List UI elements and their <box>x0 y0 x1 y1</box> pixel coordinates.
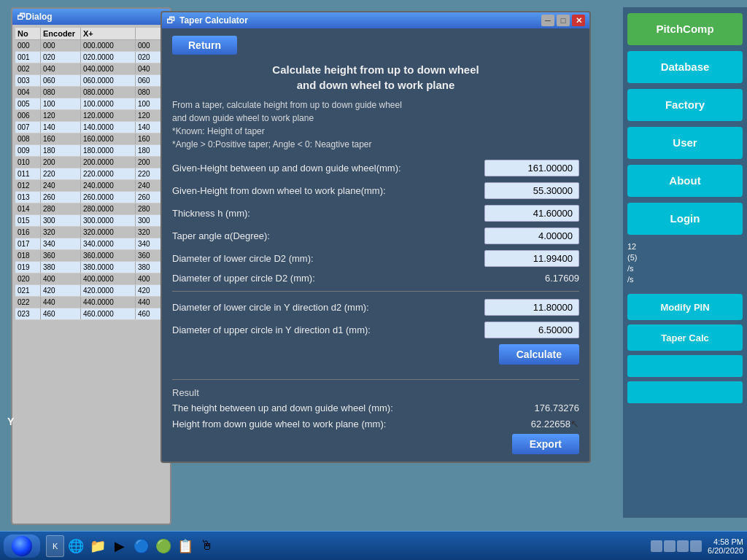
col-encoder: Encoder <box>41 28 81 39</box>
table-row: 000000000.0000000 <box>15 40 167 52</box>
table-row: 003060060.0000060 <box>15 75 167 87</box>
cell-21-0: 021 <box>15 285 41 296</box>
cell-17-1: 340 <box>41 238 81 249</box>
result-label-0: The height between up and down guide whe… <box>172 402 484 413</box>
taper-fields2: Diameter of lower circle in Y direction … <box>172 299 579 338</box>
folder-icon[interactable]: 📁 <box>89 537 107 555</box>
cell-7-1: 140 <box>41 122 81 133</box>
table-row: 007140140.0000140 <box>15 122 167 133</box>
cell-15-2: 300.0000 <box>81 215 136 226</box>
cell-3-0: 003 <box>15 75 41 86</box>
taper-title-icon: 🗗 <box>166 15 175 26</box>
user-button[interactable]: User <box>627 127 743 159</box>
start-orb <box>12 536 32 556</box>
cell-17-0: 017 <box>15 238 41 249</box>
field-row-0: Given-Height between up and down guide w… <box>172 160 579 176</box>
field-input-3[interactable] <box>484 228 579 244</box>
start-button[interactable] <box>4 534 40 558</box>
field-plain-5: 6.17609 <box>484 273 579 284</box>
tray-icon-3 <box>677 540 689 552</box>
field-row-1: Given-Height from down wheel to work pla… <box>172 182 579 199</box>
app-icon-1[interactable]: 🔵 <box>133 537 150 555</box>
result-section-label: Result <box>172 387 579 398</box>
app-icon-4[interactable]: 🖱 <box>198 537 216 555</box>
cell-15-0: 015 <box>15 215 41 226</box>
cell-22-2: 440.0000 <box>81 297 136 308</box>
rp-data2: (5) <box>627 253 743 262</box>
cell-16-0: 016 <box>15 227 41 238</box>
table-row: 005100100.0000100 <box>15 98 167 110</box>
cell-22-0: 022 <box>15 297 41 308</box>
field-label-2: Thickness h (mm): <box>172 208 484 219</box>
cell-4-2: 080.0000 <box>81 87 136 98</box>
factory-button[interactable]: Factory <box>627 89 743 121</box>
field2-label-1: Diameter of upper circle in Y direction … <box>172 324 484 335</box>
minimize-button[interactable]: ─ <box>541 15 554 26</box>
about-button[interactable]: About <box>627 165 743 197</box>
app-icon-3[interactable]: 📋 <box>177 537 194 555</box>
app-icon-2[interactable]: 🟢 <box>155 537 172 555</box>
taskbar-app-btn[interactable]: K <box>46 535 64 557</box>
taper-body: Return Calculate height from up to down … <box>162 28 589 462</box>
cell-11-0: 011 <box>15 168 41 179</box>
field-input-2[interactable] <box>484 205 579 222</box>
taper-calc-button[interactable]: Taper Calc <box>627 324 743 351</box>
cell-0-2: 000.0000 <box>81 40 136 51</box>
cell-19-1: 380 <box>41 262 81 273</box>
taskbar-icon-group: 🌐 📁 ▶ 🔵 🟢 📋 🖱 <box>67 537 216 555</box>
cell-11-2: 220.0000 <box>81 168 136 179</box>
field-row-2: Thickness h (mm): <box>172 205 579 222</box>
cell-7-2: 140.0000 <box>81 122 136 133</box>
media-icon[interactable]: ▶ <box>111 537 128 555</box>
table-row: 010200200.0000200 <box>15 157 167 168</box>
cell-9-2: 180.0000 <box>81 145 136 156</box>
cell-12-0: 012 <box>15 180 41 191</box>
table-row: 001020020.0000020 <box>15 52 167 63</box>
cell-3-2: 060.0000 <box>81 75 136 86</box>
taper-titlebar: 🗗 Taper Calculator ─ □ ✕ <box>162 12 589 28</box>
field-label-4: Diameter of lower circle D2 (mm): <box>172 253 484 264</box>
maximize-button[interactable]: □ <box>557 15 570 26</box>
field2-input-0[interactable] <box>484 299 579 316</box>
result-value-1: 62.22658 <box>476 419 570 429</box>
export-button[interactable]: Export <box>512 434 579 454</box>
login-button[interactable]: Login <box>627 203 743 235</box>
field-input-0[interactable] <box>484 160 579 176</box>
right-panel: PitchComp Database Factory User About Lo… <box>623 7 747 518</box>
cell-6-1: 120 <box>41 110 81 121</box>
return-button[interactable]: Return <box>172 36 237 55</box>
cell-4-0: 004 <box>15 87 41 98</box>
rp-extra-block2 <box>627 381 743 403</box>
browser-icon[interactable]: 🌐 <box>67 537 85 555</box>
cell-11-1: 220 <box>41 168 81 179</box>
database-button[interactable]: Database <box>627 51 743 83</box>
cell-18-0: 018 <box>15 250 41 261</box>
field-input-1[interactable] <box>484 182 579 199</box>
taper-description: From a taper, calculate height from up t… <box>172 98 579 151</box>
modify-pin-button[interactable]: Modify PIN <box>627 294 743 320</box>
table-row: 023460460.0000460 <box>15 308 167 320</box>
table-row: 011220220.0000220 <box>15 168 167 180</box>
table-row: 016320320.0000320 <box>15 227 167 238</box>
calculate-button[interactable]: Calculate <box>499 344 579 365</box>
cell-20-0: 020 <box>15 273 41 284</box>
field-input-4[interactable] <box>484 250 579 267</box>
table-row: 018360360.0000360 <box>15 250 167 262</box>
cell-15-1: 300 <box>41 215 81 226</box>
cell-21-2: 420.0000 <box>81 285 136 296</box>
cell-23-0: 023 <box>15 308 41 319</box>
main-titlebar: 🗗 Dialog <box>12 9 170 25</box>
field2-input-1[interactable] <box>484 322 579 338</box>
cell-13-0: 013 <box>15 192 41 203</box>
close-button[interactable]: ✕ <box>572 15 585 26</box>
pitchcomp-button[interactable]: PitchComp <box>627 13 743 45</box>
col-xplus: X+ <box>81 28 136 39</box>
cell-19-2: 380.0000 <box>81 262 136 273</box>
cell-18-1: 360 <box>41 250 81 261</box>
cell-14-2: 280.0000 <box>81 203 136 214</box>
system-tray: 4:58 PM6/20/2020 <box>651 537 743 555</box>
cell-19-0: 019 <box>15 262 41 273</box>
cell-3-1: 060 <box>41 75 81 86</box>
cell-12-2: 240.0000 <box>81 180 136 191</box>
cell-10-2: 200.0000 <box>81 157 136 168</box>
